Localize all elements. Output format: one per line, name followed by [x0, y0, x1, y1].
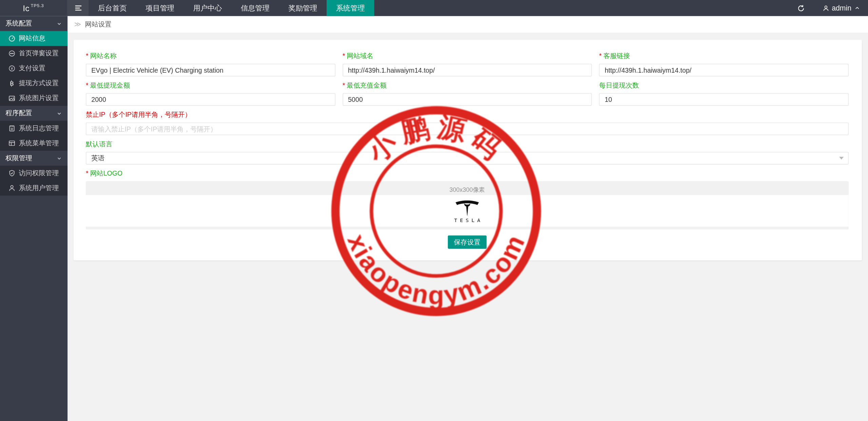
logo-upload-area[interactable]: 300x300像素 TESLA [86, 181, 849, 230]
site-domain-label: *网站域名 [343, 53, 592, 60]
sidebar-item-system-image-settings[interactable]: 系统图片设置 [0, 91, 67, 106]
sidebar-item-label: 网站信息 [19, 34, 45, 43]
required-asterisk: * [599, 52, 602, 60]
required-asterisk: * [343, 81, 345, 89]
service-link-label: *客服链接 [599, 53, 848, 60]
field-site-domain: *网站域名 [343, 53, 592, 76]
chevron-up-icon [854, 5, 860, 11]
required-asterisk: * [86, 169, 89, 177]
sidebar-item-home-popup-settings[interactable]: 首页弹窗设置 [0, 46, 67, 61]
min-recharge-label: *最低充值金额 [343, 82, 592, 89]
banned-ip-label: 禁止IP（多个IP请用半角，号隔开） [86, 111, 849, 118]
nav-item-rewards[interactable]: 奖励管理 [279, 0, 327, 16]
field-site-name: *网站名称 [86, 53, 335, 76]
hamburger-menu-button[interactable] [67, 0, 89, 16]
refresh-button[interactable] [787, 0, 815, 16]
sidebar-item-access-permission[interactable]: 访问权限管理 [0, 166, 67, 181]
topbar: lcTP5.3 后台首页 项目管理 用户中心 信息管理 奖励管理 系统管理 [0, 0, 868, 16]
sidebar-group-program-config[interactable]: 程序配置 [0, 106, 67, 121]
sidebar-group-items: 访问权限管理 系统用户管理 [0, 166, 67, 196]
field-min-recharge: *最低充值金额 [343, 82, 592, 106]
daily-withdraw-limit-input[interactable] [599, 93, 848, 106]
default-language-label: 默认语言 [86, 141, 849, 148]
app-logo-text: lc [23, 3, 30, 13]
site-name-input[interactable] [86, 64, 335, 77]
app-logo-version: TP5.3 [31, 3, 44, 8]
default-language-select[interactable]: 英语 [86, 152, 849, 165]
sidebar-item-label: 提现方式设置 [19, 79, 59, 88]
site-name-label: *网站名称 [86, 53, 335, 60]
gauge-icon [8, 35, 15, 42]
field-daily-withdraw-limit: 每日提现次数 [599, 82, 848, 106]
site-logo-preview[interactable]: TESLA [451, 198, 483, 223]
nav-item-information[interactable]: 信息管理 [231, 0, 279, 16]
field-site-logo: *网站LOGO 300x300像素 TESLA [86, 170, 849, 230]
nav-item-dashboard[interactable]: 后台首页 [89, 0, 136, 16]
required-asterisk: * [86, 52, 89, 60]
chevron-down-icon [56, 111, 62, 116]
topbar-right: admin [787, 0, 868, 16]
default-language-value: 英语 [91, 153, 104, 163]
yen-circle-icon: ¥ [8, 65, 15, 72]
sidebar-group-system-config[interactable]: 系统配置 [0, 16, 67, 31]
sidebar: 系统配置 网站信息 首页弹窗设置 ¥ 支付设置 B 提现方式设置 系统图片 [0, 16, 67, 421]
service-link-input[interactable] [599, 64, 848, 77]
sidebar-item-label: 访问权限管理 [19, 168, 59, 178]
hamburger-icon [74, 4, 82, 12]
top-navigation: 后台首页 项目管理 用户中心 信息管理 奖励管理 系统管理 [89, 0, 374, 16]
username: admin [832, 4, 851, 12]
save-settings-button[interactable]: 保存设置 [448, 236, 486, 249]
chevron-down-icon [56, 21, 62, 26]
sidebar-group-items: 系统日志管理 系统菜单管理 [0, 121, 67, 151]
nav-item-system[interactable]: 系统管理 [327, 0, 374, 16]
sidebar-group-label: 程序配置 [5, 109, 32, 118]
logo-size-hint: 300x300像素 [86, 181, 849, 192]
nav-item-projects[interactable]: 项目管理 [136, 0, 184, 16]
sidebar-item-label: 支付设置 [19, 64, 45, 73]
shield-check-icon [8, 169, 15, 177]
svg-text:B: B [10, 81, 14, 87]
form-actions: 保存设置 [86, 236, 849, 249]
field-default-language: 默认语言 英语 [86, 141, 849, 165]
sidebar-group-permission[interactable]: 权限管理 [0, 151, 67, 166]
svg-text:¥: ¥ [11, 67, 13, 71]
sidebar-item-site-info[interactable]: 网站信息 [0, 31, 67, 46]
breadcrumb-current: 网站设置 [85, 20, 112, 29]
settings-card: *网站名称 *网站域名 *客服链接 *最低提现金额 [74, 40, 862, 261]
sidebar-group-label: 系统配置 [5, 19, 32, 28]
site-settings-form: *网站名称 *网站域名 *客服链接 *最低提现金额 [74, 40, 862, 249]
main-content: *网站名称 *网站域名 *客服链接 *最低提现金额 [67, 33, 868, 421]
log-icon [8, 125, 15, 132]
min-recharge-input[interactable] [343, 93, 592, 106]
min-withdraw-input[interactable] [86, 93, 335, 106]
sidebar-item-payment-settings[interactable]: ¥ 支付设置 [0, 61, 67, 76]
nav-item-user-center[interactable]: 用户中心 [184, 0, 231, 16]
bitcoin-icon: B [8, 80, 15, 87]
min-withdraw-label: *最低提现金额 [86, 82, 335, 89]
sidebar-item-system-users[interactable]: 系统用户管理 [0, 181, 67, 196]
tesla-wordmark: TESLA [454, 218, 483, 223]
banned-ip-input[interactable] [86, 123, 849, 135]
sidebar-item-system-log[interactable]: 系统日志管理 [0, 121, 67, 136]
field-service-link: *客服链接 [599, 53, 848, 76]
select-dropdown-arrow-icon [839, 157, 844, 160]
site-domain-input[interactable] [343, 64, 592, 77]
required-asterisk: * [343, 52, 345, 60]
sidebar-item-label: 首页弹窗设置 [19, 49, 59, 58]
field-min-withdraw: *最低提现金额 [86, 82, 335, 106]
app-logo: lcTP5.3 [0, 0, 67, 16]
sidebar-item-label: 系统菜单管理 [19, 139, 59, 148]
field-banned-ip: 禁止IP（多个IP请用半角，号隔开） [86, 111, 849, 135]
refresh-icon [797, 4, 805, 12]
user-menu[interactable]: admin [815, 0, 868, 16]
user-icon [8, 184, 15, 191]
sidebar-item-label: 系统用户管理 [19, 183, 59, 193]
sidebar-item-label: 系统图片设置 [19, 94, 59, 103]
sidebar-item-system-menu[interactable]: 系统菜单管理 [0, 136, 67, 151]
logo-preview-strip: TESLA [86, 195, 849, 226]
sidebar-item-withdraw-method-settings[interactable]: B 提现方式设置 [0, 76, 67, 91]
required-asterisk: * [86, 81, 89, 89]
site-logo-label: *网站LOGO [86, 170, 849, 177]
popup-icon [8, 50, 15, 57]
breadcrumb-separator: ≫ [74, 20, 81, 28]
